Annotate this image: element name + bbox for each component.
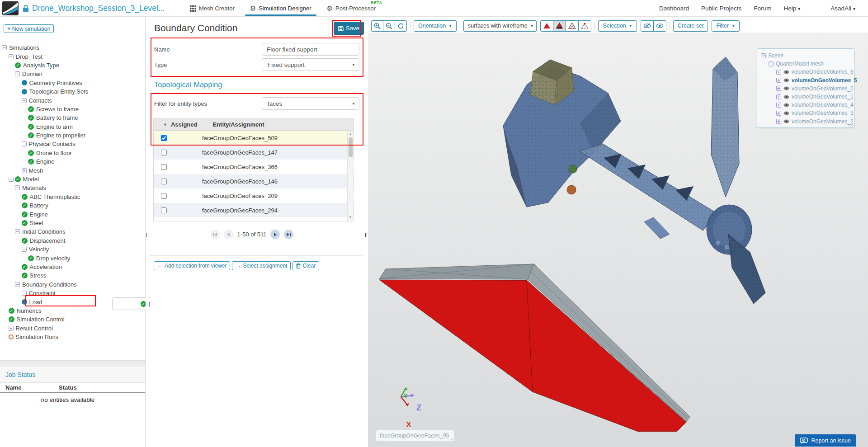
- tree-item-topological-entity-sets[interactable]: Topological Entity Sets: [0, 87, 144, 96]
- points-mode-button[interactable]: [578, 20, 591, 32]
- scene-item-volumeongeovolumes-2[interactable]: volumeOnGeoVolumes_2: [761, 118, 850, 126]
- solid-faces-mode-button[interactable]: [540, 20, 553, 32]
- tree-item-analysis-type[interactable]: Analysis Type: [0, 61, 144, 70]
- hide-selected-button[interactable]: [641, 20, 654, 32]
- eye-icon[interactable]: [783, 111, 789, 115]
- tree-item-drop-test[interactable]: Drop_Test: [0, 52, 144, 61]
- collapse-icon[interactable]: [9, 177, 14, 182]
- scene-item-volumeongeovolumes-1[interactable]: volumeOnGeoVolumes_1: [761, 93, 850, 101]
- tree-item-battery[interactable]: Battery: [0, 201, 144, 210]
- collapse-icon[interactable]: [15, 229, 20, 234]
- tree-item-drop-velocity[interactable]: Drop velocity: [0, 254, 144, 262]
- eye-icon[interactable]: [783, 78, 789, 82]
- tree-item-result-control[interactable]: Result Control: [0, 324, 144, 333]
- entity-type-filter-select[interactable]: faces: [262, 97, 359, 110]
- tree-item-drone-to-floor[interactable]: Drone to floor: [0, 149, 144, 157]
- scrollbar-thumb[interactable]: [349, 137, 353, 157]
- assignment-row-facegroupongeofaces-366[interactable]: faceGroupOnGeoFaces_366: [154, 160, 354, 174]
- assignment-checkbox[interactable]: [161, 179, 167, 184]
- collapse-icon[interactable]: [769, 61, 774, 66]
- collapse-icon[interactable]: [22, 98, 27, 103]
- sidebar-splitter[interactable]: [146, 17, 149, 447]
- tree-item-velocity[interactable]: Velocity: [0, 245, 144, 254]
- collapse-icon[interactable]: [15, 71, 20, 76]
- table-scrollbar[interactable]: ▲ ▼: [347, 131, 353, 221]
- tree-item-model[interactable]: Model: [0, 175, 144, 184]
- assigned-column-header[interactable]: Assigned: [171, 121, 198, 128]
- type-select[interactable]: Fixed support: [262, 58, 359, 71]
- scene-item-volumeongeovolumes-3[interactable]: volumeOnGeoVolumes_3: [761, 109, 850, 117]
- tree-item-battery-to-frame[interactable]: Battery to frame: [0, 113, 144, 122]
- assignment-row-facegroupongeofaces-294[interactable]: faceGroupOnGeoFaces_294: [154, 203, 354, 217]
- tree-item-physical-contacts[interactable]: Physical Contacts: [0, 140, 144, 148]
- clear-button[interactable]: Clear: [292, 261, 319, 270]
- name-input[interactable]: [262, 43, 359, 56]
- assignment-checkbox[interactable]: [161, 193, 167, 199]
- tab-mesh-creator[interactable]: Mesh Creator: [182, 0, 242, 17]
- tab-post-processor[interactable]: ⚙ Post-Processor BETA: [319, 0, 383, 17]
- expand-icon[interactable]: [776, 78, 781, 83]
- nav-help-menu[interactable]: Help: [783, 5, 800, 12]
- save-button[interactable]: Save: [334, 22, 364, 35]
- tree-item-constraint[interactable]: Constraint: [0, 289, 144, 297]
- report-issue-button[interactable]: Report an issue: [795, 434, 856, 447]
- surface-wireframe-mode-button[interactable]: [553, 20, 566, 32]
- previous-page-button[interactable]: [224, 230, 233, 239]
- assignment-row-facegroupongeofaces-146[interactable]: faceGroupOnGeoFaces_146: [154, 174, 354, 188]
- project-title[interactable]: Drone_Workshop_Session_3_Level...: [32, 4, 165, 13]
- expand-icon[interactable]: [776, 70, 781, 75]
- tree-item-simulations[interactable]: Simulations: [0, 43, 144, 52]
- nav-forum[interactable]: Forum: [754, 5, 771, 12]
- eye-icon[interactable]: [783, 95, 789, 99]
- sort-descending-icon[interactable]: ▼: [163, 122, 167, 127]
- assignment-checkbox[interactable]: [161, 207, 167, 213]
- collapse-icon[interactable]: [761, 53, 766, 58]
- collapse-icon[interactable]: [22, 291, 27, 296]
- tree-item-engine-to-propeller[interactable]: Engine to propeller: [0, 131, 144, 140]
- selection-dropdown[interactable]: Selection ▼: [598, 20, 637, 32]
- tree-item-displacement[interactable]: Displacement: [0, 236, 144, 245]
- assignment-checkbox[interactable]: [161, 164, 167, 170]
- tree-item-steel[interactable]: Steel: [0, 219, 144, 227]
- wireframe-mode-button[interactable]: [566, 20, 579, 32]
- render-mode-select[interactable]: surfaces with wireframe: [463, 20, 537, 32]
- scene-item-volumeongeovolumes-0[interactable]: volumeOnGeoVolumes_0: [761, 85, 850, 93]
- add-selection-from-viewer-button[interactable]: ← Add selection from viewer: [154, 261, 230, 270]
- tree-item-contacts[interactable]: Contacts: [0, 96, 144, 104]
- expand-icon[interactable]: [22, 168, 27, 173]
- expand-icon[interactable]: [776, 94, 781, 99]
- tab-simulation-designer[interactable]: ⚙ Simulation Designer: [242, 0, 319, 17]
- tree-item-geometry-primitives[interactable]: Geometry Primitives: [0, 79, 144, 87]
- simscale-logo-icon[interactable]: [2, 1, 19, 15]
- scene-item-volumeongeovolumes-5[interactable]: volumeOnGeoVolumes_5: [761, 76, 850, 85]
- next-page-button[interactable]: [270, 230, 280, 239]
- zoom-out-button[interactable]: [383, 20, 395, 32]
- nav-dashboard[interactable]: Dashboard: [659, 5, 689, 12]
- tree-item-simulation-control[interactable]: Simulation Control: [0, 315, 144, 324]
- scroll-up-icon[interactable]: ▲: [348, 132, 353, 137]
- tree-item-engine-to-arm[interactable]: Engine to arm: [0, 122, 144, 131]
- scene-root[interactable]: Scene: [761, 52, 850, 60]
- last-page-button[interactable]: [284, 230, 293, 239]
- zoom-to-fit-button[interactable]: [371, 20, 383, 32]
- eye-icon[interactable]: [783, 103, 789, 107]
- tree-item-domain[interactable]: Domain: [0, 70, 144, 78]
- expand-icon[interactable]: [776, 119, 781, 124]
- assignment-row-facegroupongeofaces-509[interactable]: faceGroupOnGeoFaces_509: [154, 131, 354, 145]
- expand-icon[interactable]: [9, 326, 14, 331]
- eye-icon[interactable]: [783, 119, 789, 123]
- collapse-icon[interactable]: [15, 282, 20, 287]
- orientation-dropdown[interactable]: Orientation ▼: [414, 20, 457, 32]
- expand-icon[interactable]: [776, 103, 781, 108]
- create-set-button[interactable]: Create set: [673, 20, 708, 32]
- tree-item-screws-to-frame[interactable]: Screws to frame: [0, 105, 144, 113]
- scene-item-volumeongeovolumes-6[interactable]: volumeOnGeoVolumes_6: [761, 68, 850, 76]
- new-simulation-button[interactable]: + New simulation: [4, 24, 54, 33]
- collapse-icon[interactable]: [9, 54, 14, 59]
- tree-item-stress[interactable]: Stress: [0, 271, 144, 280]
- collapse-icon[interactable]: [22, 141, 27, 146]
- tree-item-materials[interactable]: Materials: [0, 184, 144, 192]
- select-assignment-button[interactable]: → Select assignment: [232, 261, 291, 270]
- tree-item-engine[interactable]: Engine: [0, 157, 144, 166]
- tree-item-boundary-conditions[interactable]: Boundary Conditions: [0, 280, 144, 289]
